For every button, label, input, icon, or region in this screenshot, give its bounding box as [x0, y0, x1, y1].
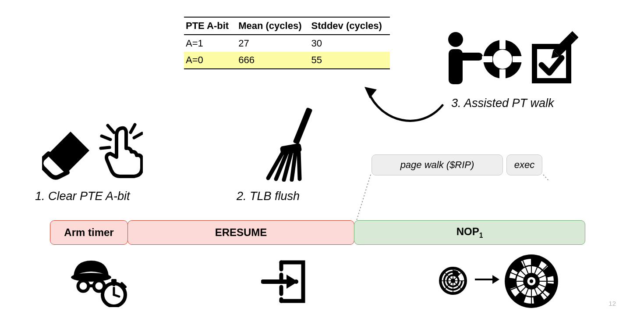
- timeline-eresume: ERESUME: [127, 220, 354, 245]
- th-stddev: Stddev (cycles): [309, 17, 389, 35]
- eraser-icon: [42, 132, 89, 178]
- step3-label: 3. Assisted PT walk: [451, 97, 554, 110]
- person-lifebuoy-icon: [448, 32, 523, 84]
- svg-rect-34: [113, 283, 115, 286]
- svg-rect-18: [499, 69, 506, 80]
- svg-point-29: [78, 281, 88, 291]
- step3-svg: [442, 29, 578, 90]
- exec-callout: exec: [506, 154, 542, 175]
- svg-rect-20: [513, 56, 523, 62]
- th-abit: PTE A-bit: [184, 17, 237, 35]
- table-row: A=1 27 30: [184, 35, 390, 52]
- dotted-connectors: [356, 175, 548, 222]
- svg-line-1: [102, 136, 110, 140]
- svg-rect-14: [458, 53, 483, 61]
- svg-line-0: [108, 125, 114, 132]
- dartboard-large-icon: [504, 254, 559, 311]
- checkbox-edit-icon: [534, 31, 578, 81]
- eresume-text: ERESUME: [215, 226, 267, 239]
- svg-line-2: [101, 147, 110, 148]
- timeline-arm-timer: Arm timer: [50, 220, 128, 245]
- step3-icons: [442, 29, 578, 92]
- svg-line-11: [299, 153, 300, 179]
- spy-timer-icons: [71, 259, 128, 309]
- curve-arrow-icon: [364, 83, 447, 136]
- arm-timer-text: Arm timer: [64, 226, 113, 239]
- svg-rect-31: [88, 284, 95, 287]
- page-number: 12: [609, 300, 616, 307]
- step2-label: 2. TLB flush: [237, 190, 300, 203]
- svg-point-70: [530, 279, 533, 283]
- svg-rect-17: [499, 39, 506, 49]
- svg-point-28: [71, 273, 111, 282]
- step1-label: 1. Clear PTE A-bit: [35, 190, 130, 203]
- enter-door-icon: [261, 260, 309, 305]
- svg-point-12: [448, 32, 463, 47]
- latency-table: PTE A-bit Mean (cycles) Stddev (cycles) …: [184, 17, 390, 69]
- nop-text: NOP1: [456, 226, 483, 240]
- stopwatch-icon: [103, 279, 125, 306]
- pointing-hand-icon: [101, 125, 142, 176]
- exec-text: exec: [514, 159, 534, 171]
- grow-arrow-icon: [474, 273, 500, 289]
- svg-rect-5: [293, 107, 312, 145]
- svg-marker-54: [492, 275, 499, 284]
- step2-icons: [262, 107, 319, 183]
- svg-line-4: [134, 133, 142, 138]
- pagewalk-text: page walk ($RIP): [400, 159, 474, 171]
- table-header-row: PTE A-bit Mean (cycles) Stddev (cycles): [184, 17, 390, 35]
- svg-line-3: [131, 125, 135, 132]
- timeline-nop: NOP1: [354, 220, 585, 245]
- svg-point-40: [294, 279, 298, 284]
- svg-line-10: [292, 154, 295, 180]
- svg-point-16: [493, 50, 512, 69]
- pagewalk-callout: page walk ($RIP): [372, 154, 503, 175]
- svg-line-26: [357, 175, 371, 220]
- th-mean: Mean (cycles): [237, 17, 309, 35]
- svg-rect-19: [482, 56, 492, 62]
- broom-icon: [262, 107, 319, 182]
- table-row: A=0 666 55: [184, 52, 390, 69]
- spy-timer-svg: [71, 259, 128, 307]
- dartboard-small-icon: [439, 267, 467, 297]
- timeline: Arm timer ERESUME NOP1: [50, 220, 585, 245]
- step1-icons: [42, 123, 143, 182]
- step1-svg: [42, 123, 143, 180]
- svg-line-27: [543, 175, 548, 220]
- svg-marker-25: [364, 87, 377, 98]
